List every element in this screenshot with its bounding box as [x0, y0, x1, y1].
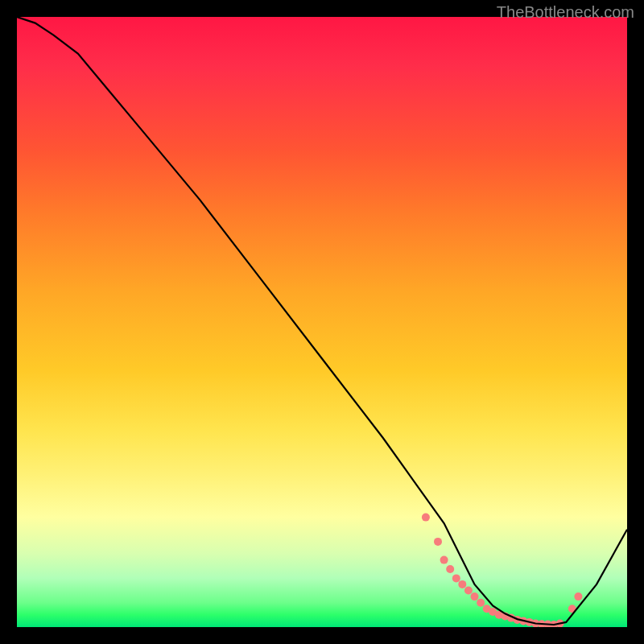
- marker-dot: [574, 592, 582, 601]
- marker-dot: [434, 538, 442, 546]
- marker-dot: [440, 556, 448, 564]
- marker-dot: [458, 580, 466, 588]
- marker-dot: [446, 565, 454, 573]
- marker-dot: [477, 599, 485, 607]
- marker-dot: [471, 592, 479, 601]
- watermark-text: TheBottleneck.com: [497, 3, 634, 22]
- bottleneck-curve: [17, 17, 627, 625]
- marker-dot: [452, 574, 460, 582]
- marker-dots: [422, 514, 583, 627]
- marker-dot: [422, 514, 430, 522]
- plot-area: [17, 17, 627, 627]
- chart-svg: [17, 17, 627, 627]
- marker-dot: [464, 587, 473, 595]
